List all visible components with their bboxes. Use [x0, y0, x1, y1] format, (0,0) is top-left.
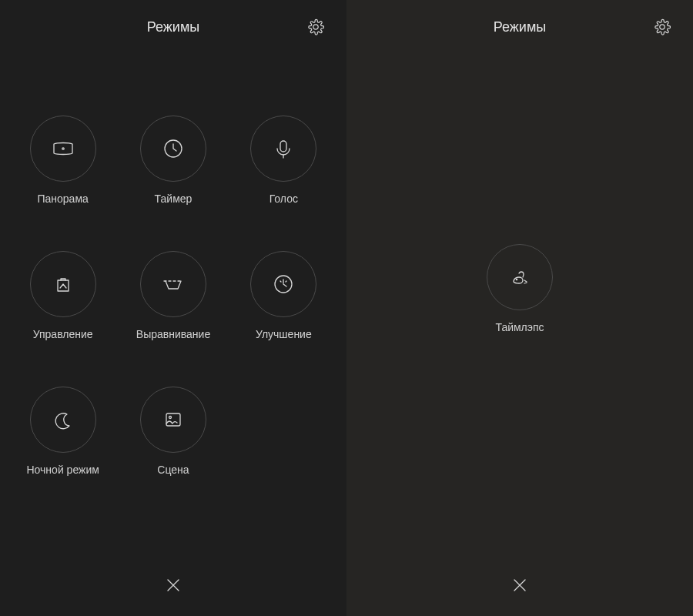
- mode-label: Голос: [270, 192, 298, 205]
- straighten-icon: [159, 270, 187, 298]
- mode-circle: [250, 116, 316, 182]
- mode-beautify[interactable]: Улучшение: [250, 251, 316, 340]
- mode-straighten[interactable]: Выравнивание: [136, 251, 210, 340]
- mode-circle: [487, 244, 553, 310]
- manual-icon: [50, 271, 76, 297]
- svg-point-0: [62, 148, 63, 149]
- gear-icon: [307, 18, 324, 35]
- mode-manual[interactable]: Управление: [30, 251, 96, 340]
- gear-icon: [654, 18, 671, 35]
- mode-label: Улучшение: [256, 328, 312, 340]
- mode-circle: [140, 387, 206, 453]
- mode-grid: Таймлэпс: [346, 54, 693, 554]
- mode-label: Сцена: [157, 464, 189, 476]
- left-pane: Режимы Панорама: [0, 0, 346, 616]
- mode-scene[interactable]: Сцена: [140, 387, 206, 476]
- mode-night[interactable]: Ночной режим: [26, 387, 99, 476]
- mode-timelapse[interactable]: Таймлэпс: [487, 244, 553, 333]
- settings-button[interactable]: [653, 18, 671, 36]
- svg-rect-4: [166, 413, 180, 426]
- close-bar: [346, 554, 693, 616]
- close-button[interactable]: [162, 574, 185, 597]
- mode-circle: [250, 251, 316, 317]
- close-icon: [164, 576, 182, 594]
- header: Режимы: [0, 0, 346, 54]
- mode-panorama[interactable]: Панорама: [30, 116, 96, 205]
- settings-button[interactable]: [306, 18, 325, 36]
- scene-icon: [160, 407, 186, 433]
- night-icon: [50, 407, 76, 433]
- mode-label: Управление: [33, 328, 93, 340]
- page-title: Режимы: [147, 19, 199, 35]
- mode-timer[interactable]: Таймер: [140, 116, 206, 205]
- timelapse-icon: [505, 263, 534, 292]
- mode-circle: [30, 251, 96, 317]
- mode-label: Таймлэпс: [495, 321, 544, 333]
- mode-grid: Панорама Таймер: [0, 54, 346, 554]
- mode-label: Ночной режим: [26, 464, 99, 476]
- close-icon: [511, 576, 529, 594]
- mode-circle: [30, 116, 96, 182]
- header: Режимы: [346, 0, 693, 54]
- svg-point-6: [516, 279, 517, 280]
- voice-icon: [270, 136, 296, 162]
- page-title: Режимы: [494, 19, 546, 35]
- mode-circle: [140, 251, 206, 317]
- svg-point-5: [169, 417, 171, 419]
- mode-circle: [30, 387, 96, 453]
- close-button[interactable]: [508, 574, 531, 597]
- right-pane: Режимы Таймлэпс: [346, 0, 693, 616]
- panorama-icon: [49, 135, 77, 162]
- mode-label: Выравнивание: [136, 328, 210, 340]
- close-bar: [0, 554, 346, 616]
- beautify-icon: [270, 271, 296, 297]
- svg-rect-2: [280, 141, 286, 152]
- mode-circle: [140, 116, 206, 182]
- mode-label: Таймер: [155, 192, 192, 205]
- mode-label: Панорама: [37, 192, 88, 205]
- timer-icon: [160, 136, 186, 162]
- mode-voice[interactable]: Голос: [250, 116, 316, 205]
